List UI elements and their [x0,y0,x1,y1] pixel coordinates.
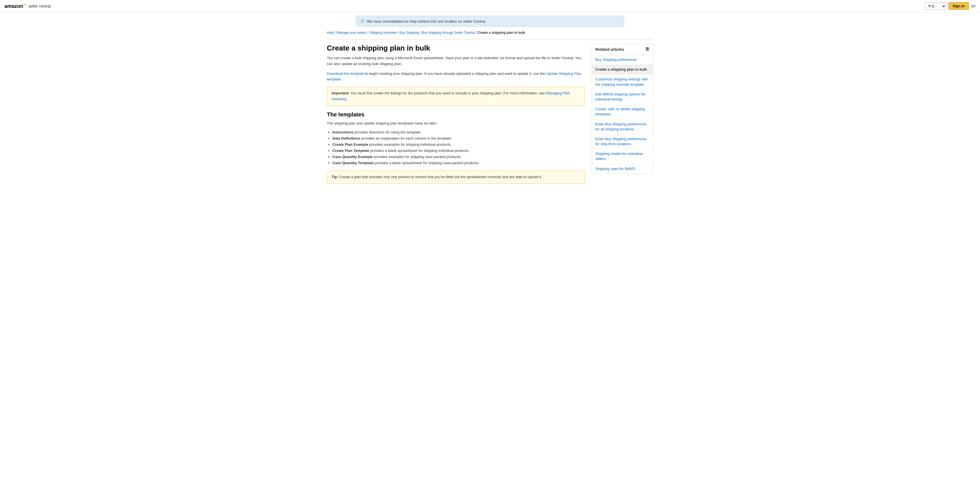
breadcrumb-help[interactable]: Help [327,31,334,35]
info-banner: ⓘ We have consolidated our help content … [356,16,624,27]
related-articles-header: Related articles 🖹 [592,44,653,55]
breadcrumb: Help / Manage your orders / Shipping ove… [327,27,653,37]
important-box: Important: You must first create the lis… [327,87,585,106]
list-item: Create Plan Template provides a blank sp… [332,148,585,154]
list-item-bold: Case Quantity Example [332,155,373,159]
related-list-item-active: Create a shipping plan in bulk [592,65,653,74]
content-layout: Create a shipping plan in bulk You can c… [327,44,653,184]
main-wrapper: ⓘ We have consolidated our help content … [322,16,658,184]
list-item: Instructions provides directions for usi… [332,129,585,135]
related-link-3[interactable]: Edit BMVD shipping options for individua… [592,90,653,104]
list-item-bold: Create Plan Example [332,143,369,147]
header: amazon⌃ seller central 中文 English Sign i… [0,0,980,12]
related-link-5[interactable]: Enter Buy Shipping preferences for all s… [592,119,653,134]
important-label: Important: [332,91,350,95]
related-list-item: Buy Shipping preferences [592,55,653,65]
related-list-item: Enter Buy Shipping preferences for all s… [592,119,653,134]
related-link-1[interactable]: Create a shipping plan in bulk [592,65,653,74]
logo-area: amazon⌃ seller central [5,3,51,9]
list-item: Create Plan Example provides examples fo… [332,141,585,148]
breadcrumb-buy-shipping[interactable]: Buy Shipping [399,31,419,35]
list-item-bold: Data Definitions [332,136,360,140]
amazon-logo-smile: ⌃ [23,3,27,9]
list-item-bold: Instructions [332,130,353,134]
related-list-item: Create, edit, or delete shipping templat… [592,105,653,119]
list-item-text: provides an explanation for each column … [361,136,452,140]
related-link-8[interactable]: Shipping rates for BMVD [592,164,653,174]
amazon-logo: amazon⌃ [5,3,27,9]
header-right: 中文 English Sign in Se [924,2,975,10]
tip-box: Tip: Create a plan that includes only on… [327,171,585,184]
info-icon: ⓘ [361,19,364,24]
related-link-0[interactable]: Buy Shipping preferences [592,55,653,65]
related-link-4[interactable]: Create, edit, or delete shipping templat… [592,105,653,119]
tip-label: Tip: [332,175,338,179]
list-item-bold: Create Plan Template [332,149,369,153]
related-articles-title: Related articles [595,47,624,52]
tip-text: Create a plan that includes only one pro… [339,175,542,179]
related-articles-list: Buy Shipping preferences Create a shippi… [592,55,653,174]
link-line-after: . [342,77,343,81]
related-link-7[interactable]: Shipping credits for individual sellers [592,149,653,163]
templates-list: Instructions provides directions for usi… [332,129,585,166]
related-articles-box: Related articles 🖹 Buy Shipping preferen… [592,44,653,174]
sidebar: Related articles 🖹 Buy Shipping preferen… [592,44,653,174]
templates-intro: The shipping plan and update shipping pl… [327,120,585,127]
download-template-link[interactable]: Download the template [327,71,364,76]
link-line-middle: to begin creating your shipping plan. If… [365,71,546,76]
list-item: Case Quantity Template provides a blank … [332,160,585,166]
related-list-item: Shipping credits for individual sellers [592,149,653,164]
related-list-item: Shipping rates for BMVD [592,164,653,174]
main-article: Create a shipping plan in bulk You can c… [327,44,585,184]
list-item-text: provides examples for shipping individua… [369,143,452,147]
related-link-6[interactable]: Enter Buy Shipping preferences for ship-… [592,134,653,149]
breadcrumb-shipping-overview[interactable]: Shipping overview [369,31,396,35]
extra-label: Se [971,4,975,8]
list-item-text: provides a blank spreadsheet for shippin… [375,161,479,165]
breadcrumb-manage-orders[interactable]: Manage your orders [337,31,366,35]
page-title: Create a shipping plan in bulk [327,44,585,52]
list-item-text: provides examples for shipping case-pack… [374,155,461,159]
banner-text: We have consolidated our help content in… [367,19,486,24]
important-text: You must first create the listings for t… [351,91,546,95]
related-list-item: Enter Buy Shipping preferences for ship-… [592,134,653,149]
templates-heading: The templates [327,111,585,118]
list-item-text: provides directions for using the templa… [354,130,422,134]
list-item-bold: Case Quantity Template [332,161,374,165]
breadcrumb-buy-shipping-seller-central[interactable]: Buy shipping through Seller Central [422,31,475,35]
link-line: Download the template to begin creating … [327,71,585,82]
related-list-item: Edit BMVD shipping options for individua… [592,90,653,105]
list-item: Case Quantity Example provides examples … [332,154,585,160]
language-selector[interactable]: 中文 English [924,3,946,10]
list-item: Data Definitions provides an explanation… [332,135,585,141]
breadcrumb-divider [327,39,653,40]
related-list-item: Customize shipping settings with the shi… [592,74,653,89]
list-item-text: provides a blank spreadsheet for shippin… [370,149,469,153]
document-icon: 🖹 [645,47,649,52]
intro-text: You can create a bulk shipping plan usin… [327,55,585,67]
sign-in-button[interactable]: Sign in [948,2,969,10]
related-link-2[interactable]: Customize shipping settings with the shi… [592,74,653,89]
breadcrumb-current: Create a shipping plan in bulk [477,31,525,35]
seller-central-label: seller central [29,4,51,8]
